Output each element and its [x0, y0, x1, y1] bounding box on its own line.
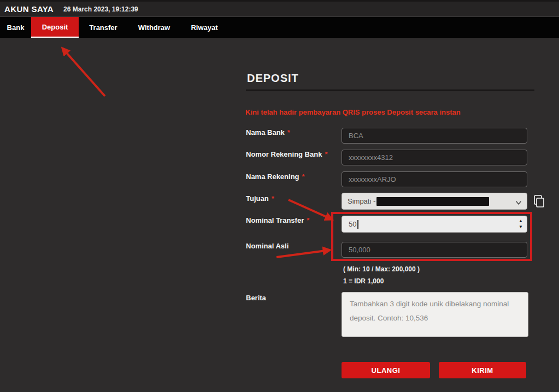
rate-note: 1 = IDR 1,000: [343, 277, 384, 285]
annotation-arrow-deposit-tab: [62, 48, 105, 96]
nomor-rekening-input[interactable]: [342, 150, 527, 165]
required-asterisk: *: [325, 150, 327, 158]
title-bar: AKUN SAYA 26 March 2023, 19:12:39: [0, 0, 559, 17]
nav-bar: Bank Deposit Transfer Withdraw Riwayat: [0, 17, 559, 38]
tujuan-selected-value: Simpati -: [348, 197, 375, 205]
tujuan-select[interactable]: Simpati -: [342, 193, 527, 210]
required-asterisk: *: [302, 173, 305, 181]
ulangi-button[interactable]: ULANGI: [342, 362, 430, 378]
berita-textarea[interactable]: Tambahkan 3 digit kode unik dibelakang n…: [342, 292, 528, 337]
min-max-note: ( Min: 10 / Max: 200,000 ): [343, 265, 420, 273]
tab-riwayat[interactable]: Riwayat: [180, 17, 228, 38]
stepper-down-icon[interactable]: ▼: [519, 224, 523, 230]
page-title: DEPOSIT: [247, 72, 299, 85]
timestamp: 26 March 2023, 19:12:39: [63, 5, 138, 13]
annotation-arrow-nominal-asli: [276, 250, 330, 257]
heading-divider: [246, 90, 534, 91]
tujuan-label: Tujuan*: [246, 194, 274, 203]
tab-bank[interactable]: Bank: [0, 17, 31, 38]
app-title: AKUN SAYA: [4, 4, 54, 14]
tab-deposit[interactable]: Deposit: [31, 17, 79, 38]
copy-icon[interactable]: [532, 194, 545, 211]
chevron-down-icon: [515, 198, 522, 208]
nominal-transfer-field: ▲ ▼: [342, 216, 527, 233]
berita-label: Berita: [246, 294, 266, 302]
tab-withdraw[interactable]: Withdraw: [128, 17, 180, 38]
deposit-page: AKUN SAYA 26 March 2023, 19:12:39 Bank D…: [0, 0, 559, 392]
nama-rekening-input[interactable]: [342, 171, 527, 187]
nominal-asli-label: Nominal Asli: [246, 242, 289, 250]
redacted-value: [376, 197, 489, 206]
number-stepper[interactable]: ▲ ▼: [519, 218, 523, 230]
required-asterisk: *: [307, 216, 309, 224]
nominal-transfer-label: Nominal Transfer*: [246, 216, 309, 224]
nama-bank-label: Nama Bank*: [246, 128, 290, 136]
text-cursor: [357, 220, 358, 229]
nama-rekening-label: Nama Rekening*: [246, 173, 305, 181]
nominal-transfer-input[interactable]: [342, 216, 513, 232]
qris-notice: Kini telah hadir pembayaran QRIS proses …: [245, 108, 461, 116]
nomor-rekening-label: Nomor Rekening Bank*: [246, 150, 327, 158]
nominal-asli-input[interactable]: [342, 242, 527, 258]
required-asterisk: *: [272, 194, 274, 203]
nama-bank-input[interactable]: [342, 128, 527, 144]
tab-transfer[interactable]: Transfer: [79, 17, 128, 38]
kirim-button[interactable]: KIRIM: [439, 362, 526, 378]
required-asterisk: *: [287, 128, 290, 136]
stepper-up-icon[interactable]: ▲: [519, 218, 523, 224]
